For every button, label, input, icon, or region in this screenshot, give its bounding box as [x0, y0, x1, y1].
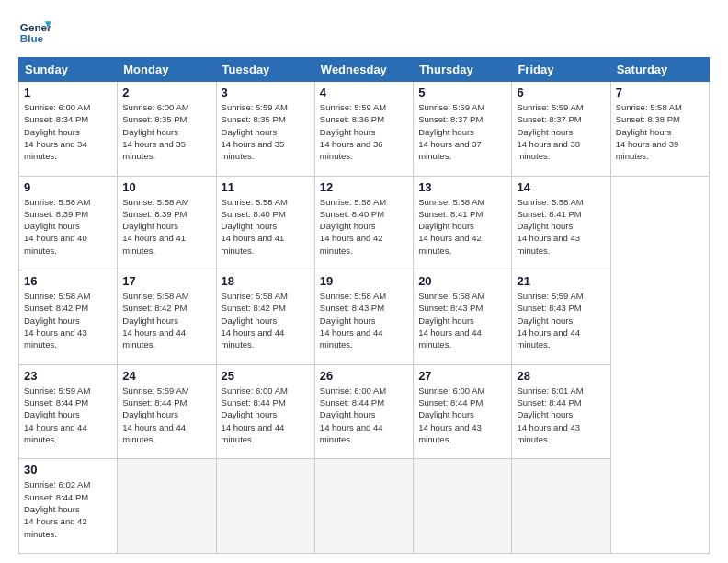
- calendar-table: SundayMondayTuesdayWednesdayThursdayFrid…: [18, 57, 710, 554]
- day-number: 24: [122, 369, 210, 383]
- cell-info: Sunrise: 5:58 AMSunset: 8:43 PMDaylight …: [418, 290, 506, 350]
- weekday-header-tuesday: Tuesday: [216, 58, 314, 82]
- day-number: 25: [222, 369, 310, 383]
- calendar-cell: 16Sunrise: 5:58 AMSunset: 8:42 PMDayligh…: [19, 270, 118, 365]
- calendar-cell: 2Sunrise: 6:00 AMSunset: 8:35 PMDaylight…: [118, 82, 216, 177]
- calendar-cell: 24Sunrise: 5:59 AMSunset: 8:44 PMDayligh…: [118, 364, 216, 459]
- cell-info: Sunrise: 6:00 AMSunset: 8:34 PMDaylight …: [24, 101, 112, 162]
- cell-info: Sunrise: 5:58 AMSunset: 8:40 PMDaylight …: [320, 196, 408, 257]
- cell-info: Sunrise: 5:59 AMSunset: 8:37 PMDaylight …: [517, 101, 605, 162]
- day-number: 26: [320, 369, 408, 383]
- calendar-cell: 21Sunrise: 5:59 AMSunset: 8:43 PMDayligh…: [512, 270, 610, 365]
- calendar-cell: 20Sunrise: 5:58 AMSunset: 8:43 PMDayligh…: [414, 270, 512, 365]
- calendar-cell: 27Sunrise: 6:00 AMSunset: 8:44 PMDayligh…: [414, 364, 512, 459]
- calendar-cell: 30Sunrise: 6:02 AMSunset: 8:44 PMDayligh…: [19, 459, 118, 554]
- calendar-cell: 19Sunrise: 5:58 AMSunset: 8:43 PMDayligh…: [314, 270, 413, 365]
- calendar-cell: 28Sunrise: 6:01 AMSunset: 8:44 PMDayligh…: [512, 364, 610, 459]
- day-number: 1: [24, 86, 112, 99]
- weekday-header-friday: Friday: [512, 58, 610, 82]
- day-number: 30: [24, 463, 112, 477]
- cell-info: Sunrise: 5:58 AMSunset: 8:41 PMDaylight …: [517, 196, 605, 257]
- cell-info: Sunrise: 5:59 AMSunset: 8:44 PMDaylight …: [122, 385, 210, 445]
- cell-info: Sunrise: 5:58 AMSunset: 8:42 PMDaylight …: [122, 290, 210, 350]
- day-number: 12: [320, 180, 408, 194]
- calendar-cell: 17Sunrise: 5:58 AMSunset: 8:42 PMDayligh…: [118, 270, 216, 365]
- calendar-cell: 18Sunrise: 5:58 AMSunset: 8:42 PMDayligh…: [216, 270, 314, 365]
- day-number: 6: [517, 86, 605, 99]
- logo-icon: General Blue: [18, 15, 51, 48]
- cell-info: Sunrise: 5:59 AMSunset: 8:44 PMDaylight …: [24, 385, 112, 445]
- day-number: 19: [320, 274, 408, 288]
- cell-info: Sunrise: 5:58 AMSunset: 8:43 PMDaylight …: [320, 290, 408, 350]
- day-number: 2: [122, 86, 210, 99]
- weekday-header-monday: Monday: [118, 58, 216, 82]
- calendar-cell: [216, 459, 314, 554]
- calendar-cell: 11Sunrise: 5:58 AMSunset: 8:40 PMDayligh…: [216, 176, 314, 270]
- weekday-header-sunday: Sunday: [19, 58, 118, 82]
- calendar-cell: 3Sunrise: 5:59 AMSunset: 8:35 PMDaylight…: [216, 82, 314, 177]
- day-number: 20: [418, 274, 506, 288]
- cell-info: Sunrise: 5:58 AMSunset: 8:42 PMDaylight …: [222, 290, 310, 350]
- day-number: 9: [24, 180, 112, 194]
- weekday-header-thursday: Thursday: [414, 58, 512, 82]
- cell-info: Sunrise: 6:00 AMSunset: 8:35 PMDaylight …: [122, 101, 210, 162]
- calendar-cell: [118, 459, 216, 554]
- calendar-cell: [314, 459, 413, 554]
- logo: General Blue: [18, 15, 51, 48]
- svg-text:Blue: Blue: [20, 32, 44, 44]
- day-number: 10: [122, 180, 210, 194]
- day-number: 3: [222, 86, 310, 99]
- weekday-header-wednesday: Wednesday: [314, 58, 413, 82]
- page: General Blue SundayMondayTuesdayWednesda…: [0, 0, 728, 563]
- cell-info: Sunrise: 6:00 AMSunset: 8:44 PMDaylight …: [222, 385, 310, 445]
- cell-info: Sunrise: 5:58 AMSunset: 8:40 PMDaylight …: [222, 196, 310, 257]
- calendar-cell: [414, 459, 512, 554]
- day-number: 13: [418, 180, 506, 194]
- cell-info: Sunrise: 5:59 AMSunset: 8:36 PMDaylight …: [320, 101, 408, 162]
- day-number: 7: [616, 86, 704, 99]
- cell-info: Sunrise: 6:00 AMSunset: 8:44 PMDaylight …: [418, 385, 506, 445]
- calendar-cell: 10Sunrise: 5:58 AMSunset: 8:39 PMDayligh…: [118, 176, 216, 270]
- cell-info: Sunrise: 5:59 AMSunset: 8:43 PMDaylight …: [517, 290, 605, 350]
- calendar-cell: 1Sunrise: 6:00 AMSunset: 8:34 PMDaylight…: [19, 82, 118, 177]
- calendar-cell: 26Sunrise: 6:00 AMSunset: 8:44 PMDayligh…: [314, 364, 413, 459]
- day-number: 28: [517, 369, 605, 383]
- cell-info: Sunrise: 6:01 AMSunset: 8:44 PMDaylight …: [517, 385, 605, 445]
- calendar-cell: 12Sunrise: 5:58 AMSunset: 8:40 PMDayligh…: [314, 176, 413, 270]
- day-number: 21: [517, 274, 605, 288]
- cell-info: Sunrise: 5:59 AMSunset: 8:35 PMDaylight …: [222, 101, 310, 162]
- calendar-cell: [512, 459, 610, 554]
- calendar-cell: 5Sunrise: 5:59 AMSunset: 8:37 PMDaylight…: [414, 82, 512, 177]
- cell-info: Sunrise: 5:58 AMSunset: 8:41 PMDaylight …: [418, 196, 506, 257]
- calendar-cell: 4Sunrise: 5:59 AMSunset: 8:36 PMDaylight…: [314, 82, 413, 177]
- day-number: 17: [122, 274, 210, 288]
- cell-info: Sunrise: 6:02 AMSunset: 8:44 PMDaylight …: [24, 478, 112, 539]
- cell-info: Sunrise: 5:58 AMSunset: 8:38 PMDaylight …: [616, 101, 704, 162]
- day-number: 14: [517, 180, 605, 194]
- calendar-cell: 7Sunrise: 5:58 AMSunset: 8:38 PMDaylight…: [610, 82, 709, 177]
- calendar-cell: 13Sunrise: 5:58 AMSunset: 8:41 PMDayligh…: [414, 176, 512, 270]
- calendar-cell: 9Sunrise: 5:58 AMSunset: 8:39 PMDaylight…: [19, 176, 118, 270]
- day-number: 18: [222, 274, 310, 288]
- day-number: 5: [418, 86, 506, 99]
- day-number: 11: [222, 180, 310, 194]
- cell-info: Sunrise: 5:58 AMSunset: 8:39 PMDaylight …: [24, 196, 112, 257]
- cell-info: Sunrise: 5:59 AMSunset: 8:37 PMDaylight …: [418, 101, 506, 162]
- day-number: 23: [24, 369, 112, 383]
- day-number: 16: [24, 274, 112, 288]
- calendar-cell: 23Sunrise: 5:59 AMSunset: 8:44 PMDayligh…: [19, 364, 118, 459]
- cell-info: Sunrise: 5:58 AMSunset: 8:42 PMDaylight …: [24, 290, 112, 350]
- day-number: 27: [418, 369, 506, 383]
- day-number: 4: [320, 86, 408, 99]
- cell-info: Sunrise: 6:00 AMSunset: 8:44 PMDaylight …: [320, 385, 408, 445]
- calendar-cell: 14Sunrise: 5:58 AMSunset: 8:41 PMDayligh…: [512, 176, 610, 270]
- cell-info: Sunrise: 5:58 AMSunset: 8:39 PMDaylight …: [122, 196, 210, 257]
- header: General Blue: [18, 15, 710, 48]
- weekday-header-saturday: Saturday: [610, 58, 709, 82]
- calendar-cell: 25Sunrise: 6:00 AMSunset: 8:44 PMDayligh…: [216, 364, 314, 459]
- calendar-cell: 6Sunrise: 5:59 AMSunset: 8:37 PMDaylight…: [512, 82, 610, 177]
